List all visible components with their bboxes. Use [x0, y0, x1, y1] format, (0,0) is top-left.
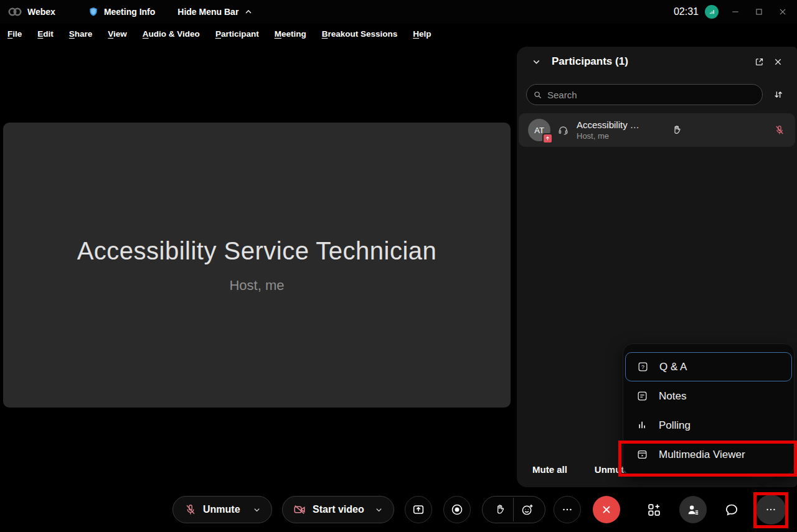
apps-grid-icon	[646, 502, 662, 518]
menu-participant[interactable]: Participant	[215, 29, 259, 39]
search-input[interactable]	[547, 90, 756, 100]
title-bar: Webex Meeting Info Hide Menu Bar 02:31	[0, 0, 797, 24]
end-call-x-icon	[601, 504, 612, 515]
webex-logo-icon	[7, 6, 22, 18]
network-quality-indicator[interactable]	[705, 5, 719, 19]
maximize-icon	[755, 7, 763, 16]
menu-item-qa[interactable]: ? Q & A	[625, 352, 792, 381]
search-icon	[533, 90, 542, 100]
camera-off-icon	[293, 503, 306, 516]
close-icon	[773, 57, 783, 67]
participant-name-block: Accessibility … Host, me	[577, 119, 663, 141]
chevron-down-icon[interactable]	[374, 505, 384, 515]
share-screen-button[interactable]	[405, 496, 432, 523]
participants-button[interactable]	[679, 496, 707, 523]
raise-hand-button[interactable]	[494, 503, 506, 516]
participant-role: Host, me	[577, 131, 663, 141]
pop-out-panel-button[interactable]	[750, 52, 768, 71]
end-call-button[interactable]	[593, 496, 620, 523]
svg-text:?: ?	[641, 364, 644, 370]
host-badge-icon	[542, 133, 553, 144]
video-tile: Accessibility Service Technician Host, m…	[3, 123, 511, 408]
start-video-label: Start video	[313, 504, 364, 515]
meeting-info-button[interactable]: Meeting Info	[88, 6, 155, 17]
popup-tail	[748, 475, 777, 487]
record-button[interactable]	[443, 496, 471, 523]
more-dots-icon	[561, 503, 573, 516]
close-icon	[778, 7, 787, 16]
record-icon	[450, 503, 464, 516]
raised-hand-icon	[671, 124, 682, 136]
reactions-smiley-icon	[521, 503, 534, 516]
more-dots-icon	[765, 503, 777, 516]
chat-button[interactable]	[718, 496, 745, 523]
menu-file[interactable]: File	[7, 29, 22, 39]
menu-item-multimedia-viewer[interactable]: Multimedia Viewer	[625, 440, 792, 469]
notes-icon	[636, 390, 648, 402]
panel-options-menu: ? Q & A Notes Polling Multimedia Viewer	[623, 343, 795, 475]
search-field[interactable]	[526, 84, 763, 105]
menu-audio-video[interactable]: Audio & Video	[143, 29, 200, 39]
raise-hand-icon	[494, 503, 506, 516]
sort-participants-button[interactable]	[769, 85, 788, 104]
menu-view[interactable]: View	[108, 29, 127, 39]
shield-icon	[88, 6, 99, 17]
sort-icon	[773, 89, 784, 100]
close-window-button[interactable]	[771, 0, 795, 24]
menu-share[interactable]: Share	[69, 29, 93, 39]
apps-button[interactable]	[640, 496, 667, 523]
close-panel-button[interactable]	[768, 52, 787, 71]
participants-search-row	[526, 84, 788, 105]
participants-panel-title: Participants (1)	[552, 55, 628, 68]
start-video-button[interactable]: Start video	[282, 496, 394, 523]
maximize-button[interactable]	[747, 0, 771, 24]
signal-bars-icon	[708, 8, 716, 16]
minimize-icon	[731, 7, 740, 16]
headset-icon	[557, 124, 569, 136]
stage-participant-name: Accessibility Service Technician	[77, 237, 437, 265]
button-divider	[513, 498, 514, 521]
qa-icon: ?	[637, 361, 649, 373]
menu-breakout-sessions[interactable]: Breakout Sessions	[322, 29, 398, 39]
chevron-up-icon	[243, 7, 253, 17]
mic-muted-icon	[184, 503, 197, 516]
participant-muted-mic-icon[interactable]	[774, 124, 785, 136]
hide-menu-bar-button[interactable]: Hide Menu Bar	[177, 7, 253, 17]
hide-menu-bar-label: Hide Menu Bar	[177, 7, 238, 17]
menu-item-notes[interactable]: Notes	[625, 381, 792, 411]
menu-bar: File Edit Share View Audio & Video Parti…	[0, 24, 797, 44]
menu-item-label: Multimedia Viewer	[659, 449, 745, 461]
app-name: Webex	[27, 7, 55, 17]
stage-participant-role: Host, me	[229, 278, 284, 294]
hand-reactions-group	[482, 496, 545, 523]
multimedia-viewer-icon	[636, 449, 648, 460]
menu-item-label: Polling	[659, 419, 691, 432]
participant-name: Accessibility …	[577, 119, 663, 130]
chevron-down-icon[interactable]	[252, 505, 262, 515]
mute-all-button[interactable]: Mute all	[532, 464, 567, 475]
polling-icon	[636, 419, 648, 431]
more-panels-button[interactable]	[756, 495, 786, 525]
chat-bubble-icon	[724, 502, 739, 517]
share-screen-icon	[412, 503, 425, 516]
unmute-label: Unmute	[203, 504, 240, 515]
menu-edit[interactable]: Edit	[37, 29, 54, 39]
meeting-info-label: Meeting Info	[104, 7, 155, 17]
participants-icon	[686, 503, 700, 517]
menu-help[interactable]: Help	[413, 29, 431, 39]
minimize-button[interactable]	[724, 0, 747, 24]
unmute-button[interactable]: Unmute	[172, 496, 272, 523]
more-options-button[interactable]	[554, 496, 581, 523]
chevron-down-icon	[531, 57, 542, 67]
participants-panel-header: Participants (1)	[517, 47, 797, 77]
menu-meeting[interactable]: Meeting	[275, 29, 306, 39]
participant-row[interactable]: AT Accessibility … Host, me	[519, 113, 795, 147]
menu-item-polling[interactable]: Polling	[625, 411, 792, 440]
menu-item-label: Notes	[659, 390, 686, 403]
meeting-timer: 02:31	[674, 6, 699, 17]
menu-item-label: Q & A	[659, 361, 687, 373]
reactions-button[interactable]	[521, 503, 534, 516]
collapse-panel-button[interactable]	[527, 52, 545, 71]
pop-out-icon	[754, 57, 765, 67]
participant-avatar: AT	[528, 119, 550, 141]
